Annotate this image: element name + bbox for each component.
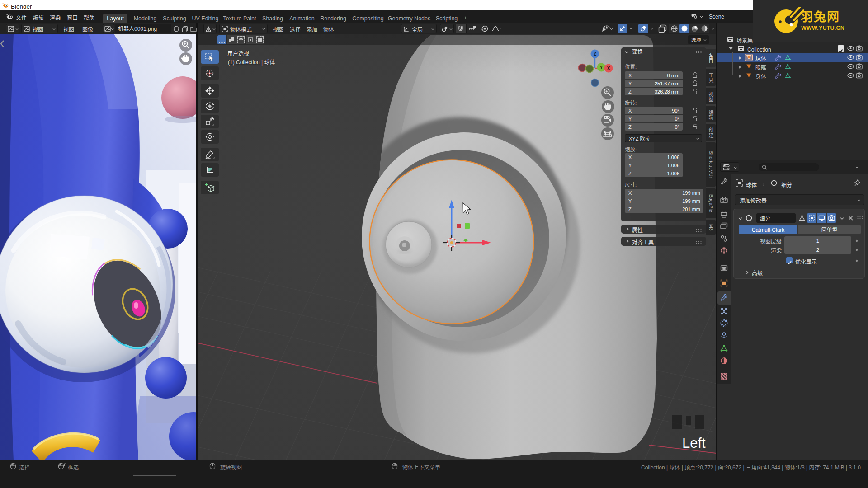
svg-text:Left: Left	[682, 435, 706, 451]
svg-text:Y: Y	[600, 65, 603, 70]
svg-text:Z: Z	[594, 52, 596, 56]
svg-text:X: X	[607, 66, 610, 71]
